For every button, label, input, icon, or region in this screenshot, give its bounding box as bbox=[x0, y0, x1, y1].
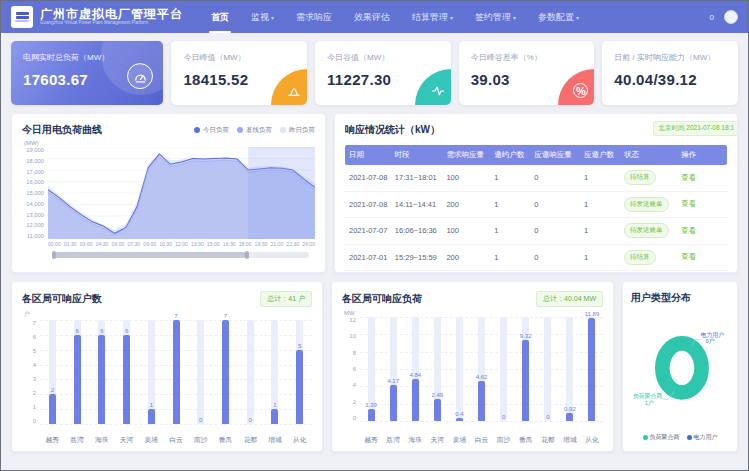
bar-value-label: 6 bbox=[114, 328, 139, 334]
pie-legend-item-电力用户[interactable]: 电力用户 bbox=[687, 433, 718, 442]
response-table: 日期时段需求响应量邀约户数应邀响应量应邀户数状态操作2021-07-0817:3… bbox=[345, 145, 727, 271]
x-tick-label: 00:00 bbox=[48, 241, 61, 247]
load-chart-datazoom-slider[interactable] bbox=[52, 252, 309, 258]
nav-item-首页[interactable]: 首页 bbox=[201, 1, 239, 33]
y-tick-label: 7 bbox=[22, 320, 36, 326]
nav-item-label: 签约管理 bbox=[475, 11, 511, 24]
app-header: 广州市虚拟电厂管理平台 Guangzhou Virtual Power Plan… bbox=[1, 1, 748, 33]
district-users-total-badge: 总计：41 户 bbox=[260, 291, 312, 307]
nav-item-参数配置[interactable]: 参数配置▾ bbox=[528, 1, 589, 33]
nav-item-label: 首页 bbox=[211, 11, 229, 24]
district-load-panel: 各区局可响应负荷 总计：40.04 MW MW 121086420 1.394.… bbox=[331, 281, 614, 452]
table-cell: 2021-07-01 bbox=[345, 253, 391, 262]
view-link[interactable]: 查看 bbox=[681, 173, 696, 182]
kpi-card-0: 电网实时总负荷（MW）17603.67 bbox=[11, 41, 163, 105]
nav-item-需求响应[interactable]: 需求响应 bbox=[286, 1, 342, 33]
bar-黄埔[interactable]: 1 bbox=[139, 320, 164, 424]
table-cell: 0 bbox=[530, 200, 580, 209]
bar-番禺[interactable]: 9.32 bbox=[515, 317, 537, 421]
nav-item-监视[interactable]: 监视▾ bbox=[241, 1, 284, 33]
bar-白云[interactable]: 4.62 bbox=[470, 317, 492, 421]
nav-item-label: 结算管理 bbox=[412, 11, 448, 24]
bar-天河[interactable]: 6 bbox=[114, 320, 139, 424]
bar-从化[interactable]: 11.89 bbox=[581, 317, 603, 421]
legend-item-基线负荷[interactable]: 基线负荷 bbox=[237, 126, 272, 135]
bar-越秀[interactable]: 1.39 bbox=[360, 317, 382, 421]
pie-legend-item-负荷聚合商[interactable]: 负荷聚合商 bbox=[643, 433, 680, 442]
datazoom-right-handle[interactable] bbox=[245, 251, 249, 259]
table-cell-action: 查看 bbox=[677, 173, 711, 183]
nav-item-效果评估[interactable]: 效果评估 bbox=[344, 1, 400, 33]
bar-value-label: 0 bbox=[238, 417, 263, 423]
kpi-card-2: 今日谷值（MW）11227.30 bbox=[315, 41, 451, 105]
bar-花都[interactable]: 0 bbox=[537, 317, 559, 421]
x-tick-label: 22:30 bbox=[286, 241, 299, 247]
district-load-title: 各区局可响应负荷 bbox=[342, 292, 422, 306]
bar-value-label: 7 bbox=[213, 313, 238, 319]
bar-增城[interactable]: 0.92 bbox=[559, 317, 581, 421]
bar-fill bbox=[98, 335, 105, 424]
bar-value-label: 6 bbox=[65, 328, 90, 334]
bar-黄埔[interactable]: 0.4 bbox=[448, 317, 470, 421]
table-cell-status: 待发送账单 bbox=[620, 223, 677, 238]
table-header-cell: 操作 bbox=[677, 150, 711, 160]
table-header-cell: 应邀响应量 bbox=[530, 150, 580, 160]
kpi-card-3: 今日峰谷差率（%）39.03% bbox=[459, 41, 595, 105]
bar-荔湾[interactable]: 4.17 bbox=[382, 317, 404, 421]
table-cell: 200 bbox=[442, 253, 490, 262]
district-users-chart: 26661707015 bbox=[40, 320, 312, 424]
nav-item-label: 效果评估 bbox=[354, 11, 390, 24]
x-category-label: 增城 bbox=[559, 435, 581, 445]
nav-item-结算管理[interactable]: 结算管理▾ bbox=[402, 1, 463, 33]
pie-legend-label: 电力用户 bbox=[694, 433, 718, 442]
chevron-down-icon: ▾ bbox=[271, 14, 274, 21]
main-nav: 首页监视▾需求响应效果评估结算管理▾签约管理▾参数配置▾ bbox=[201, 1, 710, 33]
bar-fill bbox=[522, 340, 529, 421]
x-category-label: 黄埔 bbox=[139, 435, 164, 445]
bar-海珠[interactable]: 4.84 bbox=[404, 317, 426, 421]
bar-从化[interactable]: 5 bbox=[287, 320, 312, 424]
bar-南沙[interactable]: 0 bbox=[188, 320, 213, 424]
table-cell: 2021-07-08 bbox=[345, 200, 391, 209]
x-tick-label: 04:30 bbox=[96, 241, 109, 247]
notification-count[interactable]: 0 bbox=[710, 13, 714, 22]
nav-item-签约管理[interactable]: 签约管理▾ bbox=[465, 1, 526, 33]
pie-legend-label: 负荷聚合商 bbox=[650, 433, 680, 442]
bar-fill bbox=[456, 418, 463, 421]
datazoom-left-handle[interactable] bbox=[52, 251, 56, 259]
chevron-down-icon: ▾ bbox=[513, 14, 516, 21]
bar-番禺[interactable]: 7 bbox=[213, 320, 238, 424]
kpi-row: 电网实时总负荷（MW）17603.67今日峰值（MW）18415.52今日谷值（… bbox=[11, 41, 738, 105]
view-link[interactable]: 查看 bbox=[681, 226, 696, 235]
y-tick-label: 5 bbox=[22, 348, 36, 354]
y-tick-label: 14,000 bbox=[22, 201, 44, 207]
bar-荔湾[interactable]: 6 bbox=[65, 320, 90, 424]
table-cell: 1 bbox=[490, 173, 530, 182]
bar-花都[interactable]: 0 bbox=[238, 320, 263, 424]
bar-越秀[interactable]: 2 bbox=[40, 320, 65, 424]
bar-天河[interactable]: 2.49 bbox=[426, 317, 448, 421]
table-cell: 100 bbox=[442, 226, 490, 235]
legend-item-今日负荷[interactable]: 今日负荷 bbox=[194, 126, 229, 135]
table-cell: 1 bbox=[490, 226, 530, 235]
bar-白云[interactable]: 7 bbox=[164, 320, 189, 424]
table-header-cell: 邀约户数 bbox=[490, 150, 530, 160]
dashboard-page: 广州市虚拟电厂管理平台 Guangzhou Virtual Power Plan… bbox=[0, 0, 749, 471]
table-cell-action: 查看 bbox=[677, 252, 711, 262]
x-category-label: 南沙 bbox=[493, 435, 515, 445]
x-tick-label: 07:30 bbox=[127, 241, 140, 247]
x-category-label: 荔湾 bbox=[65, 435, 90, 445]
avatar[interactable] bbox=[724, 10, 738, 24]
load-chart-x-axis: 00:0001:3003:0004:3006:0007:3009:0010:30… bbox=[48, 241, 315, 247]
view-link[interactable]: 查看 bbox=[681, 252, 696, 261]
x-tick-label: 12:00 bbox=[175, 241, 188, 247]
bar-海珠[interactable]: 6 bbox=[89, 320, 114, 424]
bar-fill bbox=[588, 318, 595, 421]
bar-南沙[interactable]: 0 bbox=[493, 317, 515, 421]
load-chart-plot bbox=[48, 147, 315, 239]
view-link[interactable]: 查看 bbox=[681, 199, 696, 208]
bar-fill bbox=[123, 335, 130, 424]
bar-value-label: 0 bbox=[188, 417, 213, 423]
bar-增城[interactable]: 1 bbox=[263, 320, 288, 424]
legend-item-昨日负荷[interactable]: 昨日负荷 bbox=[280, 126, 315, 135]
